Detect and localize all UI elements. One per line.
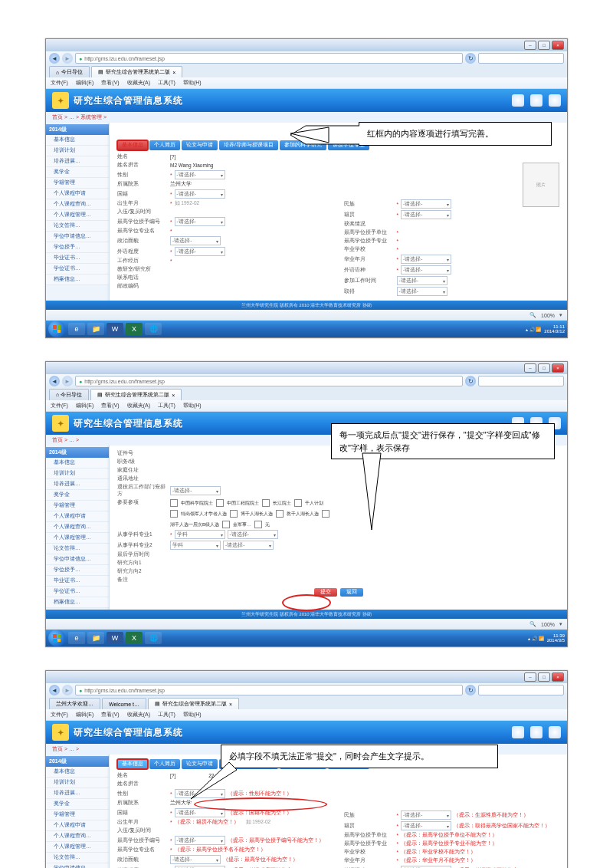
forward-button[interactable]: ► (62, 53, 73, 64)
minimize-button[interactable]: – (524, 672, 536, 682)
select[interactable]: -请选择- (175, 836, 225, 845)
select-nationality[interactable]: -请选择- (175, 189, 225, 199)
select[interactable]: -请选择- (170, 855, 221, 864)
select[interactable]: 学科 (170, 541, 221, 550)
minimize-button[interactable]: – (524, 363, 536, 373)
sidebar-item[interactable]: 个人课程申请 (46, 189, 109, 199)
taskbar-icon[interactable]: 🌐 (145, 632, 162, 644)
sidebar-item[interactable]: 学籍管理 (46, 178, 109, 189)
checkbox[interactable] (170, 499, 178, 507)
sidebar-item[interactable]: 个人课程查询… (46, 522, 109, 533)
header-icon[interactable] (549, 94, 561, 107)
select[interactable]: -请选择- (401, 265, 451, 275)
sidebar-item[interactable]: 论文答辩… (46, 853, 109, 863)
maximize-button[interactable]: □ (538, 672, 550, 682)
back-button[interactable]: ◄ (49, 685, 60, 695)
system-tray[interactable]: ▴ 🔊 📶11:11 2014/3/12 (526, 324, 565, 334)
sidebar-item[interactable]: 学位授予… (46, 242, 109, 253)
checkbox[interactable] (262, 499, 270, 507)
sidebar-item[interactable]: 毕业证书… (46, 576, 109, 587)
minimize-button[interactable]: – (524, 41, 536, 50)
checkbox[interactable] (276, 510, 284, 518)
tab[interactable]: Welcome t… (102, 698, 146, 709)
forward-button[interactable]: ► (62, 376, 73, 386)
submit-button[interactable]: 提交 (314, 588, 337, 597)
browser-menu[interactable]: 文件(F)编辑(E)查看(V)收藏夹(A)工具(T)帮助(H) (46, 77, 567, 89)
sidebar-item[interactable]: 基本信息 (46, 135, 109, 146)
tab-app[interactable]: ▤ 研究生综合管理系统第二版 × (90, 389, 182, 400)
taskbar-folder-icon[interactable]: 📁 (87, 323, 104, 335)
sidebar-item[interactable]: 论文答辩… (46, 544, 109, 554)
tab-basic[interactable]: 基本信息 (117, 140, 148, 150)
close-button[interactable]: × (552, 41, 564, 50)
select[interactable]: -请选择- (228, 530, 278, 539)
tab-resume[interactable]: 个人简历 (149, 759, 180, 769)
checkbox[interactable] (216, 499, 224, 507)
taskbar-ie-icon[interactable]: e (68, 323, 85, 335)
tab-app[interactable]: ▤研究生综合管理系统第二版 × (91, 66, 182, 77)
sidebar-item[interactable]: 基本信息 (46, 458, 109, 469)
select[interactable]: -请选择- (397, 276, 447, 285)
taskbar-icon[interactable]: W (107, 632, 123, 644)
close-button[interactable]: × (552, 363, 564, 373)
select[interactable]: -请选择- (175, 217, 225, 226)
select[interactable]: -请选择- (223, 541, 274, 550)
forward-button[interactable]: ► (62, 685, 73, 695)
sidebar-item[interactable]: 学位证书… (46, 587, 109, 597)
sidebar-item[interactable]: 培训计划 (46, 146, 109, 156)
tab-home[interactable]: ⌂今日导位 (49, 66, 90, 77)
tab-paper[interactable]: 论文与申请 (182, 140, 218, 150)
sidebar-item[interactable]: 论文答辩… (46, 221, 109, 232)
sidebar-item[interactable]: 学位申请信息… (46, 554, 109, 565)
sidebar-item[interactable]: 个人课程查询… (46, 831, 109, 842)
select[interactable]: -请选择- (401, 210, 451, 219)
back-button[interactable]: 返回 (340, 588, 363, 597)
select-nation[interactable]: -请选择- (401, 199, 451, 209)
close-button[interactable]: × (552, 672, 564, 682)
sidebar-item[interactable]: 学位授予… (46, 565, 109, 576)
url-input[interactable]: ●http://gms.lzu.edu.cn/frameset.jsp (75, 376, 463, 386)
search-input[interactable] (478, 376, 564, 386)
checkbox[interactable] (294, 499, 302, 507)
sidebar-item[interactable]: 毕业证书… (46, 253, 109, 264)
sidebar-item[interactable]: 奖学金 (46, 799, 109, 810)
checkbox[interactable] (230, 510, 238, 518)
taskbar-word-icon[interactable]: W (107, 323, 123, 335)
checkbox[interactable] (254, 521, 262, 528)
back-button[interactable]: ◄ (49, 376, 60, 386)
tab-home[interactable]: ⌂ 今日导位 (49, 389, 89, 400)
refresh-button[interactable]: ↻ (465, 53, 476, 64)
sidebar-item[interactable]: 个人课程管理… (46, 842, 109, 853)
select[interactable]: -请选择- (175, 247, 225, 256)
sidebar-item[interactable]: 学籍管理 (46, 810, 109, 820)
search-input[interactable] (478, 685, 564, 695)
sidebar-item[interactable]: 培养进展… (46, 479, 109, 490)
sidebar-item[interactable]: 学籍管理 (46, 501, 109, 511)
taskbar-excel-icon[interactable]: X (126, 323, 143, 335)
start-button[interactable] (48, 321, 65, 337)
sidebar-item[interactable]: 基本信息 (46, 767, 109, 778)
sidebar-item[interactable]: 档案信息… (46, 597, 109, 608)
taskbar-icon[interactable]: e (68, 632, 85, 644)
sidebar-item[interactable]: 个人课程查询… (46, 199, 109, 210)
tab-resume[interactable]: 个人简历 (149, 140, 180, 150)
back-button[interactable]: ◄ (49, 53, 60, 64)
tab[interactable]: 兰州大学欢迎… (49, 698, 100, 709)
select[interactable]: 学科 (175, 530, 225, 539)
select[interactable]: -请选择- (401, 255, 451, 264)
sidebar-item[interactable]: 培养进展… (46, 156, 109, 167)
sidebar-item[interactable]: 奖学金 (46, 167, 109, 178)
select[interactable]: -请选择- (401, 821, 451, 830)
select[interactable]: -请选择- (397, 287, 447, 296)
sidebar-item[interactable]: 培养进展… (46, 788, 109, 799)
select-sex[interactable]: -请选择- (175, 170, 225, 179)
refresh-button[interactable]: ↻ (465, 685, 476, 695)
sidebar-item[interactable]: 个人课程管理… (46, 210, 109, 221)
sidebar-item[interactable]: 培训计划 (46, 778, 109, 788)
start-button[interactable] (48, 630, 65, 646)
taskbar-browser-icon[interactable]: 🌐 (145, 323, 162, 335)
search-input[interactable] (478, 53, 564, 64)
header-icon[interactable] (512, 94, 524, 107)
sidebar-item[interactable]: 个人课程申请 (46, 511, 109, 522)
sidebar-item[interactable]: 个人课程管理… (46, 533, 109, 544)
